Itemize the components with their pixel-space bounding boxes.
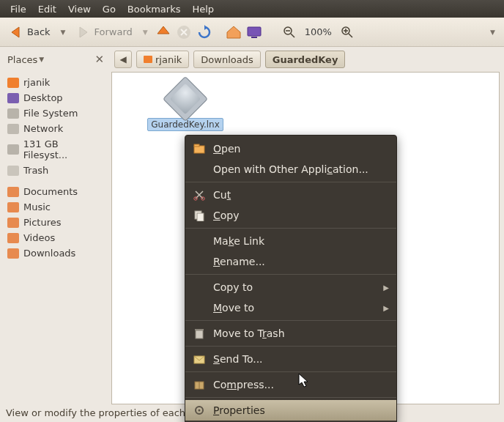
- sidebar-item-131-gb-filesyst-[interactable]: 131 GB Filesyst...: [0, 136, 111, 163]
- doc-icon: [7, 248, 19, 259]
- places-header: Places ▼ ✕: [0, 53, 111, 66]
- sidebar-item-trash[interactable]: Trash: [0, 163, 111, 178]
- drv-icon: [7, 144, 19, 155]
- menu-item-copy-to[interactable]: Copy to▶: [185, 277, 396, 297]
- sidebar-item-label: 131 GB Filesyst...: [23, 138, 104, 160]
- menu-view[interactable]: View: [62, 2, 97, 16]
- cut-icon: [193, 188, 206, 201]
- places-close-button[interactable]: ✕: [94, 53, 104, 66]
- sidebar-item-pictures[interactable]: Pictures: [0, 215, 111, 230]
- back-label: Back: [27, 26, 51, 37]
- doc-icon: [7, 218, 19, 228]
- svg-line-4: [291, 34, 294, 37]
- home-button[interactable]: [226, 24, 242, 40]
- menu-item-label: Properties: [213, 404, 265, 416]
- menu-item-label: Move to: [213, 302, 254, 314]
- sidebar-item-network[interactable]: Network: [0, 121, 111, 136]
- pkg-icon: [193, 378, 206, 391]
- svg-rect-2: [251, 37, 257, 38]
- breadcrumb-guardedkey[interactable]: GuardedKey: [265, 51, 346, 68]
- forward-button[interactable]: Forward: [73, 23, 135, 42]
- breadcrumb-rjanik[interactable]: rjanik: [136, 51, 189, 68]
- stop-button[interactable]: [176, 24, 192, 40]
- doc-icon: [7, 233, 19, 243]
- menu-item-label: Send To...: [213, 353, 263, 365]
- forward-arrow-icon: [75, 24, 92, 40]
- menu-item-label: Make Link: [213, 235, 264, 247]
- forward-history-dropdown[interactable]: ▼: [140, 29, 151, 36]
- sidebar-item-label: Desktop: [23, 92, 63, 103]
- send-icon: [193, 352, 206, 366]
- sidebar-item-label: rjanik: [23, 77, 50, 88]
- menu-item-cut[interactable]: Cut: [185, 185, 396, 205]
- svg-rect-11: [194, 144, 199, 147]
- menu-help[interactable]: Help: [186, 2, 220, 16]
- back-history-dropdown[interactable]: ▼: [58, 29, 69, 36]
- menu-item-label: Open: [213, 143, 240, 155]
- menu-item-label: Copy: [213, 210, 240, 221]
- context-menu: OpenOpen with Other Application...CutCop…: [185, 135, 397, 422]
- menu-item-open-with-other-application[interactable]: Open with Other Application...: [185, 159, 396, 179]
- sidebar-item-label: Music: [23, 201, 51, 212]
- desk-icon: [7, 93, 19, 103]
- back-button[interactable]: Back: [6, 23, 53, 42]
- sidebar-item-downloads[interactable]: Downloads: [0, 245, 111, 261]
- sidebar-item-documents[interactable]: Documents: [0, 184, 111, 199]
- open-icon: [193, 142, 206, 155]
- menu-item-label: Copy to: [213, 281, 253, 293]
- home-icon: [144, 56, 152, 63]
- sidebar-item-label: File System: [23, 108, 78, 119]
- breadcrumb: ◀ rjanikDownloadsGuardedKey: [111, 51, 504, 68]
- submenu-arrow-icon: ▶: [383, 304, 389, 312]
- sidebar-item-desktop[interactable]: Desktop: [0, 90, 111, 106]
- svg-rect-15: [197, 213, 204, 221]
- submenu-arrow-icon: ▶: [383, 284, 389, 292]
- home-icon: [7, 78, 19, 88]
- computer-button[interactable]: [246, 24, 262, 40]
- executable-icon: [163, 76, 208, 122]
- reload-button[interactable]: [196, 24, 212, 40]
- menu-item-label: Rename...: [213, 256, 265, 267]
- menu-item-compress[interactable]: Compress...: [185, 374, 396, 395]
- back-arrow-icon: [9, 24, 25, 40]
- up-button[interactable]: [155, 24, 171, 40]
- menu-item-label: Move to Trash: [213, 327, 285, 339]
- svg-rect-17: [195, 329, 204, 330]
- menu-item-rename[interactable]: Rename...: [185, 251, 396, 272]
- zoom-level: 100%: [302, 26, 335, 37]
- menu-item-copy[interactable]: Copy: [185, 205, 396, 226]
- trash-icon: [193, 327, 206, 340]
- sidebar-item-music[interactable]: Music: [0, 199, 111, 215]
- sidebar-item-videos[interactable]: Videos: [0, 230, 111, 245]
- menu-item-move-to[interactable]: Move to▶: [185, 297, 396, 318]
- doc-icon: [7, 187, 19, 197]
- menu-bookmarks[interactable]: Bookmarks: [122, 2, 187, 16]
- drv-icon: [7, 108, 19, 119]
- path-back-button[interactable]: ◀: [114, 51, 132, 68]
- places-dropdown-icon[interactable]: ▼: [39, 56, 44, 63]
- zoom-out-button[interactable]: [281, 24, 297, 40]
- trash-icon: [7, 166, 19, 176]
- menu-go[interactable]: Go: [97, 2, 122, 16]
- menu-file[interactable]: File: [4, 2, 32, 16]
- menu-edit[interactable]: Edit: [32, 2, 62, 16]
- doc-icon: [7, 202, 19, 212]
- menu-item-send-to[interactable]: Send To...: [185, 349, 396, 369]
- svg-rect-16: [196, 330, 203, 338]
- svg-line-7: [349, 34, 352, 37]
- menu-item-properties[interactable]: Properties: [185, 400, 396, 421]
- zoom-in-button[interactable]: [339, 24, 355, 40]
- menu-item-make-link[interactable]: Make Link: [185, 231, 396, 251]
- file-item[interactable]: GuardedKey.lnx: [147, 83, 223, 131]
- sidebar-item-label: Network: [23, 123, 63, 134]
- places-sidebar: rjanikDesktopFile SystemNetwork131 GB Fi…: [0, 72, 111, 406]
- sidebar-item-rjanik[interactable]: rjanik: [0, 75, 111, 90]
- location-bar: Places ▼ ✕ ◀ rjanikDownloadsGuardedKey: [0, 47, 504, 72]
- menu-item-move-to-trash[interactable]: Move to Trash: [185, 323, 396, 344]
- sidebar-item-label: Downloads: [23, 248, 75, 259]
- sidebar-item-file-system[interactable]: File System: [0, 106, 111, 121]
- view-mode-dropdown[interactable]: ▼: [487, 29, 498, 36]
- menu-item-open[interactable]: Open: [185, 138, 396, 159]
- copy-icon: [193, 209, 206, 222]
- breadcrumb-downloads[interactable]: Downloads: [193, 51, 260, 68]
